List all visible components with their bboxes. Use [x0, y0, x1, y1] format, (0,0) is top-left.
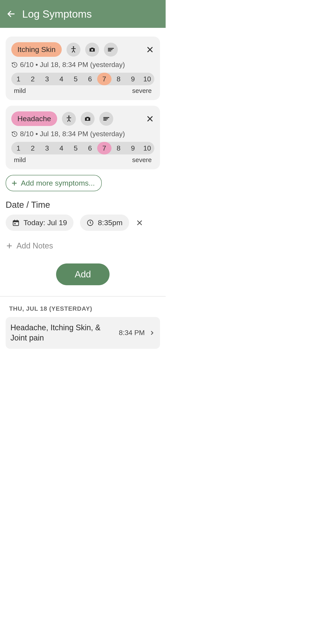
severity-cell-9[interactable]: 9: [126, 142, 140, 154]
symptom-history: 8/10 • Jul 18, 8:34 PM (yesterday): [11, 130, 154, 138]
date-chip-label: Today: Jul 19: [23, 218, 67, 227]
symptom-history-text: 8/10 • Jul 18, 8:34 PM (yesterday): [20, 130, 125, 138]
svg-point-1: [73, 46, 74, 48]
app-header: Log Symptoms: [0, 0, 166, 28]
notes-button[interactable]: [104, 43, 118, 56]
chevron-right-icon: [149, 330, 155, 336]
severity-cell-5[interactable]: 5: [68, 142, 83, 154]
severity-cell-9[interactable]: 9: [126, 73, 140, 85]
severity-cell-6[interactable]: 6: [83, 73, 97, 85]
arrow-left-icon: [6, 9, 16, 18]
svg-point-9: [87, 118, 89, 120]
severity-cell-10[interactable]: 10: [140, 142, 154, 154]
main-content: Itching Skin6/10 • Jul 18, 8:34 PM (yest…: [0, 28, 166, 353]
notes-icon: [107, 46, 115, 54]
history-icon: [11, 131, 18, 137]
history-entry-text: Headache, Itching Skin, & Joint pain: [10, 323, 115, 343]
svg-rect-21: [14, 223, 16, 224]
symptom-name-pill[interactable]: Itching Skin: [11, 42, 62, 57]
notes-icon: [102, 115, 110, 123]
camera-icon: [84, 115, 91, 123]
add-notes-button[interactable]: Add Notes: [6, 241, 160, 250]
clock-icon: [86, 219, 94, 226]
severity-cell-3[interactable]: 3: [40, 73, 54, 85]
svg-point-8: [68, 116, 69, 117]
datetime-row: Today: Jul 19 8:35pm: [6, 214, 160, 231]
severity-cell-1[interactable]: 1: [11, 73, 26, 85]
severity-labels: mildsevere: [11, 87, 154, 94]
symptom-card: Itching Skin6/10 • Jul 18, 8:34 PM (yest…: [6, 36, 160, 100]
severity-high-label: severe: [132, 87, 152, 94]
severity-cell-3[interactable]: 3: [40, 142, 54, 154]
severity-cell-4[interactable]: 4: [54, 142, 68, 154]
symptom-name-pill[interactable]: Headache: [11, 112, 57, 126]
severity-scale: 12345678910: [11, 142, 154, 154]
clear-datetime-button[interactable]: [136, 219, 143, 227]
back-button[interactable]: [6, 9, 16, 18]
severity-cell-8[interactable]: 8: [111, 73, 126, 85]
add-notes-label: Add Notes: [16, 241, 53, 250]
severity-high-label: severe: [132, 156, 152, 164]
symptom-card: Headache8/10 • Jul 18, 8:34 PM (yesterda…: [6, 106, 160, 169]
svg-point-2: [91, 49, 93, 51]
severity-cell-2[interactable]: 2: [26, 73, 40, 85]
add-button[interactable]: Add: [56, 264, 110, 285]
add-more-symptoms-button[interactable]: Add more symptoms...: [6, 175, 102, 191]
close-icon: [146, 45, 154, 54]
symptom-history-text: 6/10 • Jul 18, 8:34 PM (yesterday): [20, 61, 125, 69]
accessibility-icon: [69, 46, 77, 54]
datetime-section-title: Date / Time: [6, 200, 160, 210]
severity-cell-6[interactable]: 6: [83, 142, 97, 154]
camera-button[interactable]: [81, 112, 95, 126]
time-chip[interactable]: 8:35pm: [80, 214, 129, 231]
severity-cell-8[interactable]: 8: [111, 142, 126, 154]
accessibility-button[interactable]: [62, 112, 76, 126]
severity-low-label: mild: [14, 156, 26, 164]
accessibility-button[interactable]: [66, 43, 80, 56]
severity-cell-1[interactable]: 1: [11, 142, 26, 154]
severity-scale: 12345678910: [11, 73, 154, 85]
notes-button[interactable]: [99, 112, 113, 126]
svg-rect-18: [13, 220, 19, 222]
symptom-header: Headache: [11, 112, 154, 126]
severity-cell-7[interactable]: 7: [97, 142, 111, 154]
date-chip[interactable]: Today: Jul 19: [6, 214, 73, 231]
close-icon: [146, 114, 154, 123]
severity-cell-4[interactable]: 4: [54, 73, 68, 85]
calendar-icon: [12, 219, 19, 226]
time-chip-label: 8:35pm: [98, 218, 122, 227]
symptom-header: Itching Skin: [11, 42, 154, 57]
accessibility-icon: [65, 115, 73, 123]
severity-cell-2[interactable]: 2: [26, 142, 40, 154]
severity-labels: mildsevere: [11, 156, 154, 164]
history-entry[interactable]: Headache, Itching Skin, & Joint pain 8:3…: [6, 317, 160, 349]
close-icon: [136, 219, 143, 227]
severity-cell-5[interactable]: 5: [68, 73, 83, 85]
remove-symptom-button[interactable]: [146, 45, 154, 54]
history-icon: [11, 62, 18, 68]
severity-cell-10[interactable]: 10: [140, 73, 154, 85]
page-title: Log Symptoms: [22, 8, 92, 20]
remove-symptom-button[interactable]: [146, 114, 154, 123]
severity-cell-7[interactable]: 7: [97, 73, 111, 85]
plus-icon: [6, 242, 13, 250]
plus-icon: [11, 180, 18, 187]
camera-button[interactable]: [85, 43, 99, 56]
severity-low-label: mild: [14, 87, 26, 94]
history-date-header: THU, JUL 18 (YESTERDAY): [9, 305, 160, 312]
camera-icon: [88, 46, 96, 54]
section-divider: [0, 296, 166, 296]
history-entry-time: 8:34 PM: [119, 329, 145, 337]
symptom-history: 6/10 • Jul 18, 8:34 PM (yesterday): [11, 61, 154, 69]
add-more-label: Add more symptoms...: [21, 179, 95, 187]
